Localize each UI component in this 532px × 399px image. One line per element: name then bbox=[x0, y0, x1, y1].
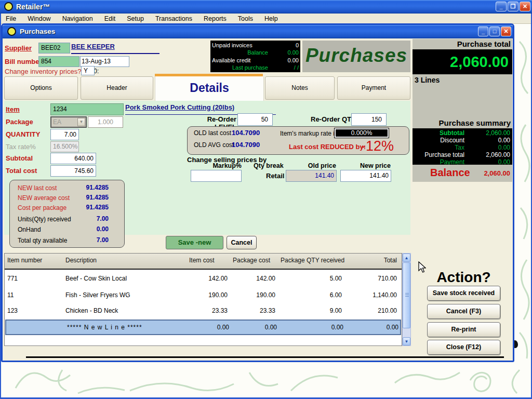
reorder-level-field[interactable]: 50 bbox=[237, 113, 273, 126]
old-avg-cost-label: OLD AVG cost bbox=[194, 141, 234, 149]
scrollbar-thumb[interactable] bbox=[403, 262, 410, 328]
cell-description: Beef - Cow Skin Local bbox=[63, 271, 187, 286]
menu-setup[interactable]: Setup bbox=[121, 14, 150, 23]
package-unit-value: EA bbox=[53, 118, 61, 126]
summary-total-value: 2,060.00 bbox=[464, 151, 510, 158]
menubar: File Window Navigation Edit Setup Transa… bbox=[0, 14, 532, 24]
cell-description: Fish - Silver Fryers WG bbox=[63, 287, 187, 303]
col-package-qty[interactable]: Package QTY received bbox=[278, 254, 344, 269]
balance-value: 0.00 bbox=[268, 49, 299, 56]
item-code-field[interactable]: 1234 bbox=[50, 103, 124, 115]
save-stock-received-button[interactable]: Save stock received (F2) bbox=[427, 286, 500, 301]
available-credit-value: 0.00 bbox=[268, 57, 299, 63]
package-unit-dropdown: EA ▼ bbox=[50, 116, 87, 128]
tab-notes[interactable]: Notes bbox=[265, 76, 335, 100]
quantity-field[interactable]: 7.00 bbox=[50, 129, 79, 140]
summary-discount-value: 0.00 bbox=[464, 137, 510, 144]
cell-item-cost: 142.00 bbox=[187, 271, 230, 286]
save-new-button[interactable]: Save -new bbox=[166, 236, 223, 249]
col-description[interactable]: Description bbox=[63, 254, 187, 269]
tab-payment-label: Payment bbox=[362, 84, 386, 91]
main-minimize-button[interactable]: _ bbox=[496, 2, 507, 11]
menu-tools[interactable]: Tools bbox=[232, 14, 259, 23]
cell-item-cost: 23.33 bbox=[187, 303, 230, 318]
last-purchase-value: / / bbox=[268, 64, 299, 71]
window-bottom-rule bbox=[26, 356, 504, 358]
table-row[interactable]: 11 Fish - Silver Fryers WG 190.00 190.00… bbox=[5, 287, 402, 303]
item-description-text: Pork Smoked Pork Cutting (20lbs) bbox=[125, 103, 234, 111]
cell-item-cost: 190.00 bbox=[187, 287, 230, 303]
cell-item-number: 11 bbox=[5, 287, 63, 303]
supplier-code-field[interactable]: BEE02 bbox=[38, 43, 70, 54]
purchase-total-value: 2,060.00 bbox=[413, 49, 512, 74]
col-oldprice-label: Old price bbox=[299, 162, 336, 169]
table-row[interactable]: 771 Beef - Cow Skin Local 142.00 142.00 … bbox=[5, 271, 402, 286]
scroll-up-button[interactable]: ▲ bbox=[403, 254, 410, 262]
main-window-title: Retailer™ bbox=[16, 0, 50, 14]
total-qty-available-value: 7.00 bbox=[77, 236, 109, 244]
table-scrollbar[interactable]: ▲ ▼ bbox=[402, 253, 411, 346]
col-package-cost[interactable]: Package cost bbox=[230, 254, 278, 269]
unpaid-invoices-value: 0 bbox=[268, 42, 299, 48]
markup-input[interactable] bbox=[191, 170, 242, 182]
change-inventory-label: Change inventory prices? bbox=[5, 68, 81, 75]
scroll-up-icon: ▲ bbox=[405, 256, 409, 260]
menu-navigation[interactable]: Navigation bbox=[57, 14, 99, 23]
cell-package-qty: 5.00 bbox=[278, 271, 344, 286]
menu-transactions[interactable]: Transactions bbox=[150, 14, 198, 23]
line-totalcost-field[interactable]: 745.60 bbox=[50, 165, 96, 177]
purchases-minimize-button[interactable]: _ bbox=[478, 26, 488, 36]
bill-number-field[interactable]: 854 bbox=[38, 56, 79, 67]
menu-reports[interactable]: Reports bbox=[198, 14, 232, 23]
old-last-cost-value: 104.7090 bbox=[232, 129, 260, 137]
cell-package-qty: 6.00 bbox=[278, 287, 344, 303]
tab-header-label: Header bbox=[107, 84, 127, 91]
main-close-button[interactable]: ✕ bbox=[520, 2, 530, 11]
new-avg-cost-label: NEW average cost bbox=[18, 194, 70, 202]
reduced-value: -12% bbox=[361, 138, 394, 154]
summary-subtotal-value: 2,060.00 bbox=[464, 129, 510, 137]
purchase-total-header: Purchase total bbox=[413, 39, 512, 49]
col-item-number[interactable]: Item number bbox=[5, 254, 63, 269]
change-inventory-field[interactable]: Y bbox=[81, 66, 95, 75]
quantity-label: QUANTITY bbox=[6, 130, 40, 138]
cancel-f3-button[interactable]: Cancel (F3) bbox=[427, 304, 500, 319]
col-total[interactable]: Total bbox=[344, 254, 400, 269]
col-item-cost[interactable]: Item cost bbox=[187, 254, 230, 269]
reprint-button[interactable]: Re-print bbox=[427, 322, 500, 337]
cell-item-number bbox=[6, 321, 64, 334]
purchases-window-icon bbox=[7, 27, 16, 36]
table-row-selected-new-line[interactable]: ***** N e w L i n e ***** 0.00 0.00 0.00… bbox=[5, 320, 401, 335]
purchases-maximize-button[interactable]: □ bbox=[489, 26, 500, 36]
old-last-cost-label: OLD last cost bbox=[194, 129, 231, 137]
old-cost-box: OLD last cost 104.7090 OLD AVG cost 104.… bbox=[187, 126, 409, 155]
desktop-pattern-right bbox=[515, 31, 531, 364]
retail-new-price-field[interactable]: 141.40 bbox=[340, 170, 391, 182]
reorder-qty-field[interactable]: 150 bbox=[351, 113, 387, 126]
main-restore-button[interactable]: ❐ bbox=[508, 2, 518, 11]
tab-details[interactable]: Details bbox=[155, 76, 264, 101]
menu-window[interactable]: Window bbox=[22, 14, 56, 23]
cancel-line-button[interactable]: Cancel bbox=[227, 236, 257, 249]
menu-help[interactable]: Help bbox=[259, 14, 284, 23]
purchases-close-button[interactable]: ✕ bbox=[501, 26, 511, 36]
tab-header[interactable]: Header bbox=[81, 76, 153, 100]
scroll-down-button[interactable]: ▼ bbox=[403, 337, 410, 345]
supplier-name[interactable]: BEE KEEPER bbox=[71, 43, 159, 54]
new-last-cost-label: NEW last cost bbox=[18, 184, 57, 192]
tab-payment[interactable]: Payment bbox=[337, 76, 410, 100]
lines-count: 3 Lines bbox=[413, 74, 512, 118]
purchase-summary-header: Purchase summary bbox=[413, 118, 512, 128]
supplier-info-box: Unpaid invoices0 Balance0.00 Available c… bbox=[210, 41, 300, 72]
tab-options[interactable]: Options bbox=[4, 76, 78, 100]
balance-total-value: 2,060.00 bbox=[484, 169, 510, 177]
line-subtotal-field[interactable]: 640.00 bbox=[50, 153, 96, 164]
summary-tax-value: 0.00 bbox=[464, 144, 510, 151]
menu-file[interactable]: File bbox=[0, 14, 22, 23]
close-f12-button[interactable]: Close (F12) bbox=[427, 340, 500, 355]
units-received-value: 7.00 bbox=[77, 215, 109, 222]
table-row[interactable]: 123 Chicken - BD Neck 23.33 23.33 9.00 2… bbox=[5, 303, 402, 318]
menu-edit[interactable]: Edit bbox=[99, 14, 122, 23]
bill-date-field[interactable]: 13-Aug-13 12:00: bbox=[80, 56, 129, 67]
summary-subtotal-label: Subtotal bbox=[415, 129, 464, 137]
